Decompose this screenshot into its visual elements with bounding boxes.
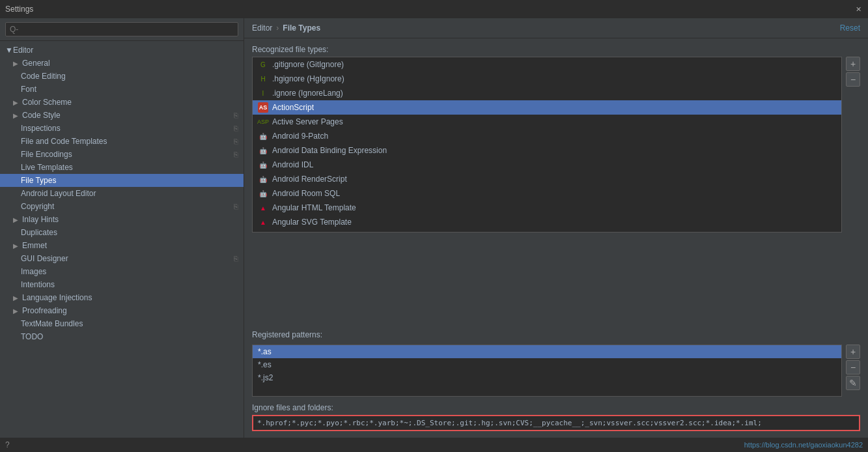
sidebar-item-file-code-templates[interactable]: File and Code Templates ⎘	[0, 135, 244, 148]
file-type-hgignore[interactable]: H .hgignore (HgIgnore)	[253, 72, 841, 86]
left-panel: ▼ Editor ▶ General Code Editing Font	[0, 18, 244, 438]
sidebar-label-emmet: Emmet	[22, 241, 47, 250]
sidebar-label-file-types: File Types	[21, 176, 56, 185]
ignore-label: Ignore files and folders:	[252, 403, 860, 412]
sidebar-label-code-style: Code Style	[22, 111, 61, 120]
sidebar-label-android-layout-editor: Android Layout Editor	[21, 189, 96, 198]
sidebar-item-intentions[interactable]: Intentions	[0, 278, 244, 291]
android-data-binding-icon: 🤖	[258, 145, 268, 156]
ignore-icon: I	[258, 88, 268, 98]
settings-tree: ▼ Editor ▶ General Code Editing Font	[0, 41, 244, 438]
hgignore-icon: H	[258, 74, 268, 84]
add-file-type-button[interactable]: +	[846, 57, 860, 71]
sidebar-label-gui-designer: GUI Designer	[21, 254, 68, 263]
pattern-item-js2[interactable]: *.js2	[253, 371, 841, 384]
file-type-android-idl[interactable]: 🤖 Android IDL	[253, 158, 841, 172]
file-type-actionscript[interactable]: AS ActionScript	[253, 100, 841, 115]
registered-label: Registered patterns:	[252, 330, 860, 339]
file-type-asp[interactable]: ASP Active Server Pages	[253, 115, 841, 129]
angular-svg-icon: ▲	[258, 217, 268, 227]
file-type-android-9patch-label: Android 9-Patch	[272, 132, 328, 141]
file-type-angular-svg-label: Angular SVG Template	[272, 218, 352, 227]
file-type-asp-label: Active Server Pages	[272, 117, 343, 126]
title-bar: Settings ✕	[0, 0, 868, 18]
sidebar-item-code-style[interactable]: ▶ Code Style ⎘	[0, 109, 244, 122]
sidebar-item-code-editing[interactable]: Code Editing	[0, 70, 244, 83]
sidebar-item-color-scheme[interactable]: ▶ Color Scheme	[0, 96, 244, 109]
sidebar-item-live-templates[interactable]: Live Templates	[0, 161, 244, 174]
breadcrumb-separator: ›	[276, 23, 279, 33]
sidebar-item-textmate-bundles[interactable]: TextMate Bundles	[0, 317, 244, 330]
sidebar-label-color-scheme: Color Scheme	[22, 98, 72, 107]
sidebar-item-file-types[interactable]: File Types	[0, 174, 244, 187]
remove-pattern-button[interactable]: −	[846, 360, 860, 374]
breadcrumb-current: File Types	[283, 23, 320, 33]
sidebar-item-android-layout-editor[interactable]: Android Layout Editor	[0, 187, 244, 200]
sidebar-item-proofreading[interactable]: ▶ Proofreading	[0, 304, 244, 317]
sidebar-label-font: Font	[21, 85, 36, 94]
ignore-input[interactable]	[252, 415, 860, 431]
patterns-side-buttons: + − ✎	[846, 345, 860, 397]
copy-icon-gui: ⎘	[234, 255, 238, 262]
file-type-gitignore-label: .gitignore (GitIgnore)	[272, 60, 344, 69]
registered-patterns-section: Registered patterns: *.as *.es *.js2 + −…	[252, 330, 860, 397]
sidebar-item-images[interactable]: Images	[0, 265, 244, 278]
sidebar-label-file-code-templates: File and Code Templates	[21, 137, 107, 146]
file-type-angular-svg[interactable]: ▲ Angular SVG Template	[253, 215, 841, 229]
sidebar-item-gui-designer[interactable]: GUI Designer ⎘	[0, 252, 244, 265]
sidebar-item-inlay-hints[interactable]: ▶ Inlay Hints	[0, 213, 244, 226]
sidebar-label-inlay-hints: Inlay Hints	[22, 215, 59, 224]
expand-arrow-editor: ▼	[5, 46, 13, 55]
bottom-bar: ? https://blog.csdn.net/gaoxiaokun4282	[0, 438, 868, 452]
copy-icon-code-style: ⎘	[234, 111, 238, 119]
angular-html-icon: ▲	[258, 203, 268, 213]
file-types-side-buttons: + −	[846, 57, 860, 324]
sidebar-label-textmate-bundles: TextMate Bundles	[21, 319, 83, 328]
pattern-item-es[interactable]: *.es	[253, 358, 841, 371]
reset-button[interactable]: Reset	[840, 23, 860, 33]
sidebar-label-inspections: Inspections	[21, 124, 61, 133]
close-button[interactable]: ✕	[854, 5, 863, 14]
sidebar-item-file-encodings[interactable]: File Encodings ⎘	[0, 148, 244, 161]
file-type-gitignore[interactable]: G .gitignore (GitIgnore)	[253, 57, 841, 72]
sidebar-item-emmet[interactable]: ▶ Emmet	[0, 239, 244, 252]
sidebar-label-todo: TODO	[21, 332, 43, 341]
copy-icon-copyright: ⎘	[234, 203, 238, 210]
file-type-android-data-binding-label: Android Data Binding Expression	[272, 146, 387, 155]
add-pattern-button[interactable]: +	[846, 345, 860, 359]
sidebar-label-copyright: Copyright	[21, 202, 54, 211]
help-icon[interactable]: ?	[5, 440, 10, 449]
gitignore-icon: G	[258, 59, 268, 70]
file-type-android-room-sql[interactable]: 🤖 Android Room SQL	[253, 186, 841, 201]
sidebar-item-todo[interactable]: TODO	[0, 330, 244, 343]
file-type-android-9patch[interactable]: 🤖 Android 9-Patch	[253, 129, 841, 143]
remove-file-type-button[interactable]: −	[846, 72, 860, 87]
file-type-ignore[interactable]: I .ignore (IgnoreLang)	[253, 86, 841, 100]
sidebar-item-general[interactable]: ▶ General	[0, 57, 244, 70]
sidebar-label-file-encodings: File Encodings	[21, 150, 72, 159]
sidebar-item-language-injections[interactable]: ▶ Language Injections	[0, 291, 244, 304]
sidebar-item-editor[interactable]: ▼ Editor	[0, 44, 244, 57]
file-type-android-renderscript[interactable]: 🤖 Android RenderScript	[253, 172, 841, 186]
sidebar-label-live-templates: Live Templates	[21, 163, 73, 172]
patterns-row: *.as *.es *.js2 + − ✎	[252, 345, 860, 397]
edit-pattern-button[interactable]: ✎	[846, 376, 860, 390]
patterns-list[interactable]: *.as *.es *.js2	[252, 345, 842, 397]
file-type-android-idl-label: Android IDL	[272, 160, 313, 169]
panel-body: Recognized file types: G .gitignore (Git…	[244, 38, 868, 438]
actionscript-icon: AS	[258, 102, 268, 113]
android-9patch-icon: 🤖	[258, 131, 268, 141]
pattern-item-as[interactable]: *.as	[253, 345, 841, 358]
sidebar-item-duplicates[interactable]: Duplicates	[0, 226, 244, 239]
breadcrumb-path: Editor › File Types	[252, 23, 320, 33]
file-type-angular-html[interactable]: ▲ Angular HTML Template	[253, 201, 841, 215]
file-type-ignore-label: .ignore (IgnoreLang)	[272, 89, 343, 98]
sidebar-item-inspections[interactable]: Inspections ⎘	[0, 122, 244, 135]
breadcrumb: Editor › File Types Reset	[244, 18, 868, 38]
search-input[interactable]	[5, 22, 238, 36]
sidebar-label-intentions: Intentions	[21, 280, 55, 289]
sidebar-item-font[interactable]: Font	[0, 83, 244, 96]
file-type-android-data-binding[interactable]: 🤖 Android Data Binding Expression	[253, 143, 841, 158]
sidebar-item-copyright[interactable]: Copyright ⎘	[0, 200, 244, 213]
file-types-list[interactable]: G .gitignore (GitIgnore) H .hgignore (Hg…	[252, 57, 842, 233]
